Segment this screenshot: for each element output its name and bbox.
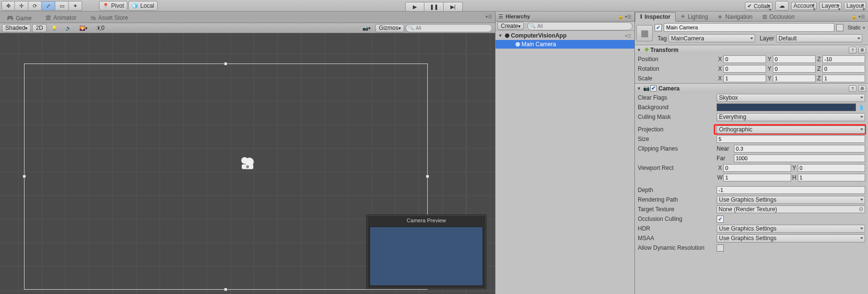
pivot-toggle-button[interactable]: 📍Pivot	[99, 1, 127, 11]
move-tool-button[interactable]: ✢	[15, 1, 28, 11]
camera-gizmo-icon[interactable]	[238, 156, 257, 172]
transform-header[interactable]: ▼ ✥ Transform ?⚙	[635, 45, 868, 54]
clear-flags-dropdown[interactable]: Skybox	[717, 94, 865, 102]
msaa-row: MSAA Use Graphics Settings	[635, 233, 868, 243]
tab-inspector[interactable]: ℹInspector	[635, 12, 676, 22]
tab-animator[interactable]: 🕸Animator	[41, 13, 81, 23]
scene-search[interactable]	[406, 24, 492, 32]
hierarchy-scene-row[interactable]: ▼ ⬣ ComputerVisionApp ▾☰	[496, 31, 634, 40]
hand-tool-button[interactable]: ✥	[1, 1, 15, 11]
tab-lighting[interactable]: ☀Lighting	[676, 12, 713, 22]
scale-y-field[interactable]	[773, 75, 816, 82]
rotate-tool-button[interactable]: ⟳	[28, 1, 42, 11]
far-field[interactable]	[734, 154, 865, 162]
hierarchy-create-row: Create ▾	[496, 22, 634, 31]
target-texture-field[interactable]: None (Render Texture)	[717, 205, 865, 213]
transform-help-button[interactable]: ?	[849, 47, 856, 53]
2d-toggle[interactable]: 2D	[32, 24, 46, 32]
play-button[interactable]: ▶	[405, 2, 424, 12]
shaded-dropdown[interactable]: Shaded ▾	[2, 24, 31, 32]
hierarchy-item-main-camera[interactable]: ⬣ Main Camera	[496, 40, 634, 49]
hierarchy-panel: ☰ Hierarchy 🔒 ▾☰ Create ▾ ▼ ⬣ ComputerVi…	[495, 12, 634, 294]
rotation-z-field[interactable]	[822, 65, 865, 73]
scene-camera-icon[interactable]: 📷▾	[359, 24, 374, 32]
hierarchy-create-button[interactable]: Create ▾	[497, 22, 524, 30]
culling-mask-dropdown[interactable]: Everything	[717, 113, 865, 121]
camera-context-button[interactable]: ⚙	[858, 85, 866, 92]
local-toggle-button[interactable]: 🧊Local	[128, 1, 158, 11]
viewport-w-field[interactable]	[723, 174, 791, 181]
gameobject-active-checkbox[interactable]: ✔	[655, 24, 662, 31]
msaa-dropdown[interactable]: Use Graphics Settings	[717, 234, 865, 243]
tab-game[interactable]: 🎮Game	[2, 13, 37, 23]
local-icon: 🧊	[132, 3, 138, 9]
pause-button[interactable]: ❚❚	[424, 2, 444, 12]
projection-dropdown[interactable]: Orthographic	[717, 126, 865, 134]
handle-left[interactable]	[23, 175, 26, 178]
scale-x-field[interactable]	[723, 75, 766, 82]
rotation-y-field[interactable]	[773, 65, 816, 73]
viewport-h-field[interactable]	[798, 174, 866, 181]
hdr-dropdown[interactable]: Use Graphics Settings	[717, 225, 865, 233]
tab-navigation[interactable]: ⛯Navigation	[713, 12, 757, 22]
rendering-path-dropdown[interactable]: Use Graphics Settings	[717, 196, 865, 204]
camera-enabled-checkbox[interactable]: ✔	[650, 85, 657, 91]
gameobject-name-field[interactable]	[664, 23, 834, 32]
scene-search-input[interactable]	[416, 26, 488, 31]
tab-occlusion[interactable]: ▥Occlusion	[757, 12, 800, 22]
handle-bottom[interactable]	[224, 288, 227, 291]
scale-z-field[interactable]	[822, 75, 865, 82]
gameobject-type-icon[interactable]: ▦	[636, 25, 653, 41]
viewport-x-field[interactable]	[723, 164, 791, 172]
collab-button[interactable]: ✔Collab	[745, 2, 772, 10]
position-y-field[interactable]	[773, 55, 816, 63]
hierarchy-search[interactable]	[527, 22, 632, 30]
camera-header[interactable]: ▼ 📷 ✔ Camera ?⚙	[635, 84, 868, 93]
layer-label: Layer	[760, 35, 774, 42]
position-x-field[interactable]	[723, 55, 766, 63]
fx-toggle[interactable]: 🌄▾	[76, 24, 91, 32]
expand-arrow-icon[interactable]: ▼	[497, 33, 503, 38]
clear-flags-row: Clear Flags Skybox	[635, 93, 868, 102]
hidden-toggle[interactable]: 👁‍🗨0	[92, 24, 108, 32]
gizmos-dropdown[interactable]: Gizmos ▾	[375, 24, 404, 32]
near-field[interactable]	[734, 145, 865, 153]
lighting-toggle[interactable]: 💡	[48, 24, 61, 32]
hierarchy-menu-icon[interactable]: 🔒 ▾☰	[618, 14, 632, 19]
inspector-menu-icon[interactable]: 🔒 ▾☰	[851, 14, 868, 19]
rotation-x-field[interactable]	[723, 65, 766, 73]
tag-dropdown[interactable]: MainCamera	[669, 34, 755, 42]
occlusion-culling-checkbox[interactable]: ✔	[717, 216, 724, 223]
camera-help-button[interactable]: ?	[849, 85, 856, 92]
depth-field[interactable]	[717, 186, 865, 194]
hierarchy-search-input[interactable]	[537, 24, 628, 29]
transform-context-button[interactable]: ⚙	[858, 47, 866, 53]
cloud-button[interactable]: ☁	[775, 1, 789, 11]
handle-right[interactable]	[426, 175, 429, 178]
scene-context-icon[interactable]: ▾☰	[625, 33, 634, 38]
account-button[interactable]: Account	[791, 2, 817, 10]
eyedropper-icon[interactable]: 💧	[857, 103, 865, 111]
scene-tab-menu-icon[interactable]: ▾☰	[485, 14, 492, 19]
dyn-res-checkbox[interactable]	[717, 244, 724, 252]
handle-top[interactable]	[224, 62, 227, 65]
fold-arrow-icon[interactable]: ▼	[637, 48, 643, 52]
tab-assetstore[interactable]: 🛍Asset Store	[86, 13, 133, 23]
multi-tool-button[interactable]: ✦	[69, 1, 82, 11]
static-dropdown-icon[interactable]: ▾	[863, 25, 865, 30]
static-checkbox[interactable]	[836, 24, 843, 31]
step-button[interactable]: ▶|	[444, 2, 463, 12]
scene-viewport[interactable]: Camera Preview	[0, 33, 495, 294]
hierarchy-tree[interactable]: ▼ ⬣ ComputerVisionApp ▾☰ ⬣ Main Camera	[496, 31, 634, 294]
background-color-swatch[interactable]	[717, 103, 856, 111]
viewport-y-field[interactable]	[798, 164, 866, 172]
fold-arrow-icon[interactable]: ▼	[637, 86, 643, 91]
layer-dropdown[interactable]: Default	[776, 34, 862, 42]
scale-tool-button[interactable]: ⤢	[42, 1, 55, 11]
layers-button[interactable]: Layers	[819, 2, 842, 10]
rect-tool-button[interactable]: ▭	[55, 1, 69, 11]
audio-toggle[interactable]: 🔊	[62, 24, 74, 32]
size-field[interactable]	[717, 135, 865, 143]
layout-button[interactable]: Layout	[844, 2, 866, 10]
position-z-field[interactable]	[822, 55, 865, 63]
